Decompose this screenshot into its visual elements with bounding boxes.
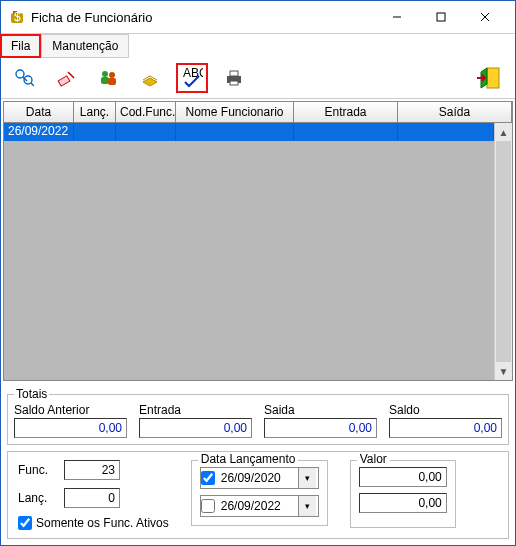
date1-dropdown[interactable]: ▾ xyxy=(298,468,316,488)
toolbar: ABC xyxy=(1,58,515,99)
saldo-label: Saldo xyxy=(389,403,502,417)
svg-point-13 xyxy=(102,71,108,77)
totals-fieldset: Totais Saldo Anterior 0,00 Entrada 0,00 … xyxy=(7,387,509,445)
svg-rect-14 xyxy=(101,77,109,84)
users-icon[interactable] xyxy=(93,64,123,92)
menu-fila[interactable]: Fila xyxy=(1,34,41,58)
title-bar: $ Ficha de Funcionário xyxy=(1,1,515,33)
svg-rect-4 xyxy=(437,13,445,21)
close-button[interactable] xyxy=(463,3,507,31)
somente-ativos-row[interactable]: Somente os Func. Ativos xyxy=(18,516,169,530)
svg-point-15 xyxy=(109,72,115,78)
valor1-input[interactable]: 0,00 xyxy=(359,467,447,487)
eraser-icon[interactable] xyxy=(51,64,81,92)
svg-rect-19 xyxy=(230,71,238,76)
valor-fieldset: Valor 0,00 0,00 xyxy=(350,460,456,528)
printer-icon[interactable] xyxy=(219,64,249,92)
svg-rect-16 xyxy=(108,78,116,85)
date1-input[interactable] xyxy=(218,469,296,487)
book-icon[interactable] xyxy=(135,64,165,92)
grid-header: Data Lanç. Cod.Func. Nome Funcionario En… xyxy=(4,102,512,123)
date2-input[interactable] xyxy=(218,497,296,515)
cell-lanc xyxy=(74,123,116,141)
saida-value: 0,00 xyxy=(264,418,377,438)
somente-ativos-label: Somente os Func. Ativos xyxy=(36,516,169,530)
saida-label: Saida xyxy=(264,403,377,417)
somente-ativos-checkbox[interactable] xyxy=(18,516,32,530)
col-data[interactable]: Data xyxy=(4,102,74,122)
cell-entrada xyxy=(294,123,398,141)
maximize-button[interactable] xyxy=(419,3,463,31)
data-lancamento-title: Data Lançamento xyxy=(198,452,299,466)
menu-manutencao[interactable]: Manutenção xyxy=(41,34,129,58)
totals-legend: Totais xyxy=(14,387,49,401)
entrada-value: 0,00 xyxy=(139,418,252,438)
spellcheck-icon[interactable]: ABC xyxy=(177,64,207,92)
cell-data: 26/09/2022 xyxy=(4,123,74,141)
cell-cod xyxy=(116,123,176,141)
col-entrada[interactable]: Entrada xyxy=(294,102,398,122)
app-icon: $ xyxy=(9,9,25,25)
entrada-label: Entrada xyxy=(139,403,252,417)
menu-fila-label: Fila xyxy=(11,39,30,53)
scrollbar[interactable]: ▲ ▼ xyxy=(494,123,512,380)
minimize-button[interactable] xyxy=(375,3,419,31)
svg-point-7 xyxy=(16,70,24,78)
func-label: Func. xyxy=(18,463,64,477)
func-input[interactable] xyxy=(64,460,120,480)
col-cod[interactable]: Cod.Func. xyxy=(116,102,176,122)
data-grid[interactable]: Data Lanç. Cod.Func. Nome Funcionario En… xyxy=(3,101,513,381)
saldo-anterior-value: 0,00 xyxy=(14,418,127,438)
saldo-value: 0,00 xyxy=(389,418,502,438)
lanc-label: Lanç. xyxy=(18,491,64,505)
svg-text:ABC: ABC xyxy=(183,68,203,80)
lanc-input[interactable] xyxy=(64,488,120,508)
window-title: Ficha de Funcionário xyxy=(31,10,375,25)
valor2-input[interactable]: 0,00 xyxy=(359,493,447,513)
valor-title: Valor xyxy=(357,452,390,466)
scroll-up-icon[interactable]: ▲ xyxy=(495,123,512,141)
col-nome[interactable]: Nome Funcionario xyxy=(176,102,294,122)
col-saida[interactable]: Saída xyxy=(398,102,512,122)
svg-rect-21 xyxy=(487,68,499,88)
date2-dropdown[interactable]: ▾ xyxy=(298,496,316,516)
bottom-fieldset: Func. Lanç. Somente os Func. Ativos Data… xyxy=(7,451,509,539)
exit-icon[interactable] xyxy=(471,64,507,92)
search-icon[interactable] xyxy=(9,64,39,92)
cell-nome xyxy=(176,123,294,141)
svg-line-10 xyxy=(31,83,34,86)
col-lanc[interactable]: Lanç. xyxy=(74,102,116,122)
cell-saida xyxy=(398,123,494,141)
grid-row[interactable]: 26/09/2022 xyxy=(4,123,494,141)
svg-text:$: $ xyxy=(14,10,21,24)
menu-manutencao-label: Manutenção xyxy=(52,39,118,53)
svg-rect-20 xyxy=(230,81,238,85)
date2-checkbox[interactable] xyxy=(201,499,215,513)
svg-line-12 xyxy=(68,72,74,78)
menu-bar: Fila Manutenção xyxy=(1,33,515,58)
scroll-thumb[interactable] xyxy=(496,141,511,362)
saldo-anterior-label: Saldo Anterior xyxy=(14,403,127,417)
data-lancamento-fieldset: Data Lançamento ▾ ▾ xyxy=(191,460,328,526)
svg-rect-11 xyxy=(58,76,70,86)
scroll-down-icon[interactable]: ▼ xyxy=(495,362,512,380)
date1-checkbox[interactable] xyxy=(201,471,215,485)
